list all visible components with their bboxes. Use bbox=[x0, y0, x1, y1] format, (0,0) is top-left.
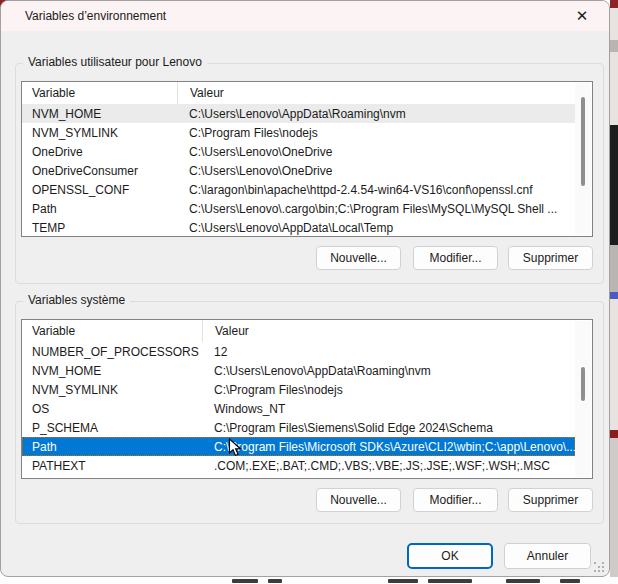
variable-name-cell: OPENSSL_CONF bbox=[22, 183, 177, 197]
window-title: Variables d’environnement bbox=[25, 9, 166, 23]
variable-name-cell: OneDrive bbox=[22, 145, 177, 159]
table-row[interactable]: NVM_SYMLINKC:\Program Files\nodejs bbox=[22, 380, 575, 399]
table-header[interactable]: Variable Valeur bbox=[22, 320, 592, 342]
variable-name-cell: NVM_SYMLINK bbox=[22, 383, 202, 397]
screen: Variables d’environnement ✕ Variables ut… bbox=[0, 0, 618, 584]
variable-name-cell: NVM_HOME bbox=[22, 364, 202, 378]
table-row[interactable]: P_SCHEMAC:\Program Files\Siemens\Solid E… bbox=[22, 418, 575, 437]
background-text-fragment bbox=[232, 579, 258, 583]
user-edit-button[interactable]: Modifier... bbox=[413, 246, 498, 270]
variable-name-cell: TEMP bbox=[22, 221, 177, 235]
table-row[interactable]: OneDriveConsumerC:\Users\Lenovo\OneDrive bbox=[22, 161, 575, 180]
variable-name-cell: Path bbox=[22, 202, 177, 216]
table-row[interactable]: PATHEXT.COM;.EXE;.BAT;.CMD;.VBS;.VBE;.JS… bbox=[22, 456, 575, 475]
table-row[interactable]: PathC:\Users\Lenovo\.cargo\bin;C:\Progra… bbox=[22, 199, 575, 218]
system-delete-button[interactable]: Supprimer bbox=[508, 488, 593, 512]
user-variables-table[interactable]: Variable Valeur NVM_HOMEC:\Users\Lenovo\… bbox=[21, 81, 593, 237]
variable-value-cell: C:\Users\Lenovo\.cargo\bin;C:\Program Fi… bbox=[177, 202, 575, 216]
background-text-fragment bbox=[268, 579, 282, 583]
background-segment bbox=[610, 292, 618, 299]
table-row[interactable]: NVM_SYMLINKC:\Program Files\nodejs bbox=[22, 123, 575, 142]
variable-value-cell: C:\Users\Lenovo\AppData\Roaming\nvm bbox=[177, 107, 575, 121]
table-row[interactable]: OneDriveC:\Users\Lenovo\OneDrive bbox=[22, 142, 575, 161]
scrollbar-thumb[interactable] bbox=[581, 97, 585, 186]
variable-value-cell: C:\Program Files\Siemens\Solid Edge 2024… bbox=[202, 421, 575, 435]
cancel-button[interactable]: Annuler bbox=[504, 543, 591, 569]
variable-name-cell: OS bbox=[22, 402, 202, 416]
system-variables-table[interactable]: Variable Valeur NUMBER_OF_PROCESSORS12NV… bbox=[21, 319, 593, 479]
table-row[interactable]: OSWindows_NT bbox=[22, 399, 575, 418]
background-text-fragment bbox=[560, 579, 580, 583]
table-row[interactable]: OPENSSL_CONFC:\laragon\bin\apache\httpd-… bbox=[22, 180, 575, 199]
table-row[interactable]: TEMPC:\Users\Lenovo\AppData\Local\Temp bbox=[22, 218, 575, 237]
table-row[interactable]: NVM_HOMEC:\Users\Lenovo\AppData\Roaming\… bbox=[22, 361, 575, 380]
background-segment bbox=[610, 245, 618, 292]
environment-variables-dialog: Variables d’environnement ✕ Variables ut… bbox=[0, 0, 610, 577]
variable-value-cell: Windows_NT bbox=[202, 402, 575, 416]
system-edit-button[interactable]: Modifier... bbox=[413, 488, 498, 512]
scrollbar[interactable] bbox=[575, 83, 591, 235]
variable-name-cell: P_SCHEMA bbox=[22, 421, 202, 435]
variable-value-cell: C:\Program Files\nodejs bbox=[177, 126, 575, 140]
background-segment bbox=[610, 40, 618, 52]
user-delete-button[interactable]: Supprimer bbox=[508, 246, 593, 270]
user-new-button[interactable]: Nouvelle... bbox=[316, 246, 401, 270]
resize-grip[interactable] bbox=[594, 562, 604, 572]
table-row[interactable]: PathC:\Program Files\Microsoft SDKs\Azur… bbox=[22, 437, 575, 456]
scrollbar-thumb[interactable] bbox=[581, 367, 585, 401]
variable-value-cell: C:\Program Files\nodejs bbox=[202, 383, 575, 397]
table-header[interactable]: Variable Valeur bbox=[22, 82, 592, 104]
column-header-variable[interactable]: Variable bbox=[22, 324, 202, 338]
background-segment bbox=[610, 0, 618, 8]
ok-button[interactable]: OK bbox=[407, 543, 493, 569]
system-new-button[interactable]: Nouvelle... bbox=[316, 488, 401, 512]
variable-value-cell: C:\Users\Lenovo\AppData\Roaming\nvm bbox=[202, 364, 575, 378]
column-header-valeur[interactable]: Valeur bbox=[202, 320, 592, 342]
titlebar[interactable]: Variables d’environnement ✕ bbox=[1, 1, 609, 31]
variable-name-cell: OneDriveConsumer bbox=[22, 164, 177, 178]
variable-value-cell: C:\Users\Lenovo\OneDrive bbox=[177, 164, 575, 178]
variable-name-cell: Path bbox=[22, 440, 202, 454]
variable-value-cell: C:\laragon\bin\apache\httpd-2.4.54-win64… bbox=[177, 183, 575, 197]
user-group-title: Variables utilisateur pour Lenovo bbox=[23, 55, 207, 69]
background-app-strip bbox=[610, 0, 618, 584]
background-text-fragment bbox=[388, 579, 418, 583]
variable-value-cell: C:\Users\Lenovo\AppData\Local\Temp bbox=[177, 221, 575, 235]
variable-name-cell: NUMBER_OF_PROCESSORS bbox=[22, 345, 202, 359]
system-group-title: Variables système bbox=[23, 293, 130, 307]
column-header-valeur[interactable]: Valeur bbox=[177, 82, 592, 104]
variable-name-cell: NVM_SYMLINK bbox=[22, 126, 177, 140]
close-icon: ✕ bbox=[576, 7, 589, 24]
background-segment bbox=[610, 125, 618, 245]
column-header-variable[interactable]: Variable bbox=[22, 86, 177, 100]
table-row[interactable]: NUMBER_OF_PROCESSORS12 bbox=[22, 342, 575, 361]
variable-value-cell: C:\Program Files\Microsoft SDKs\Azure\CL… bbox=[202, 440, 575, 454]
scrollbar[interactable] bbox=[575, 321, 591, 477]
background-text-fragment bbox=[428, 579, 472, 583]
background-segment bbox=[610, 430, 618, 438]
table-row[interactable]: NVM_HOMEC:\Users\Lenovo\AppData\Roaming\… bbox=[22, 104, 575, 123]
background-text-fragment bbox=[506, 579, 540, 583]
variable-name-cell: PATHEXT bbox=[22, 459, 202, 473]
variable-value-cell: 12 bbox=[202, 345, 575, 359]
background-segment bbox=[610, 438, 618, 584]
background-app-bottom bbox=[0, 577, 618, 584]
variable-value-cell: .COM;.EXE;.BAT;.CMD;.VBS;.VBE;.JS;.JSE;.… bbox=[202, 459, 575, 473]
variable-name-cell: NVM_HOME bbox=[22, 107, 177, 121]
variable-value-cell: C:\Users\Lenovo\OneDrive bbox=[177, 145, 575, 159]
close-button[interactable]: ✕ bbox=[565, 3, 599, 29]
